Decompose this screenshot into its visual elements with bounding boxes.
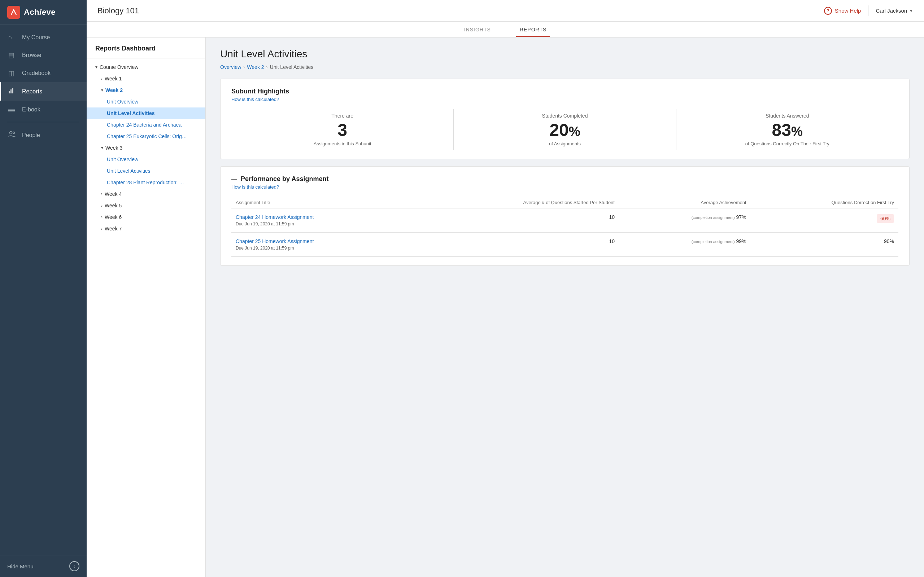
sidebar-nav: ⌂ My Course ▤ Browse ◫ Gradebook Reports… [0,25,87,555]
tab-bar: INSIGHTS REPORTS [87,22,924,37]
tree-label: Unit Level Activities [107,168,150,174]
tree-label: Chapter 25 Eukaryotic Cells: Orig… [107,134,187,139]
svg-point-3 [10,132,12,134]
questions-correct-badge: 60% [877,214,894,223]
tree-label: Week 5 [105,203,122,208]
chevron-right-icon: › [101,76,102,81]
logo-text: Achieve [24,8,56,17]
chevron-down-icon: ▾ [101,145,103,150]
table-row: Chapter 24 Homework Assignment Due Jun 1… [231,208,898,233]
completion-tag: (completion assignment) [691,215,735,220]
tree-label: Unit Overview [107,156,138,162]
tree-item-course-overview[interactable]: ▾ Course Overview [87,61,205,73]
performance-how-calculated[interactable]: How is this calculated? [231,184,898,190]
logo-icon [7,6,20,19]
chevron-right-icon: › [101,226,102,231]
avg-achievement-cell: (completion assignment) 99% [619,233,751,257]
sidebar-item-label: My Course [22,34,50,41]
svg-rect-2 [12,88,13,93]
assignment-link[interactable]: Chapter 24 Homework Assignment [236,214,313,220]
tree-item-week2-overview[interactable]: Unit Overview [87,96,205,108]
tree-item-week3-ch28[interactable]: Chapter 28 Plant Reproduction: … [87,177,205,188]
chevron-right-icon: › [101,214,102,220]
tree-item-week5[interactable]: › Week 5 [87,200,205,211]
tree-label: Chapter 28 Plant Reproduction: … [107,180,184,185]
tree-item-week7[interactable]: › Week 7 [87,223,205,234]
highlight-number-1: 3 [239,121,446,139]
avg-questions-cell: 10 [412,208,619,233]
tree-label: Week 4 [105,191,122,197]
sidebar-item-reports[interactable]: Reports [0,82,87,101]
performance-title: Performance by Assignment [241,175,328,183]
page-title: Biology 101 [97,6,139,16]
tab-reports[interactable]: REPORTS [516,22,550,37]
main-area: Biology 101 ? Show Help Carl Jackson ▼ I… [87,0,924,577]
tree-item-week6[interactable]: › Week 6 [87,211,205,223]
sidebar-item-label: E-book [22,106,40,113]
sidebar-item-people[interactable]: People [0,126,87,144]
tree-label: Week 2 [105,87,123,93]
sidebar-item-gradebook[interactable]: ◫ Gradebook [0,64,87,82]
col-avg-achievement: Average Achievement [619,197,751,208]
tree-item-week2-ch24[interactable]: Chapter 24 Bacteria and Archaea [87,119,205,131]
collapse-icon[interactable]: — [231,176,237,182]
highlight-label-bottom-1: Assignments in this Subunit [239,141,446,147]
sidebar-item-browse[interactable]: ▤ Browse [0,46,87,64]
sidebar-item-ebook[interactable]: ▬ E-book [0,101,87,118]
svg-rect-0 [9,91,10,93]
tree-item-week2[interactable]: ▾ Week 2 [87,84,205,96]
avg-achievement-cell: (completion assignment) 97% [619,208,751,233]
hide-menu-button[interactable]: Hide Menu ‹ [0,555,87,577]
tree-item-week4[interactable]: › Week 4 [87,188,205,200]
people-icon [8,131,17,139]
tree-label: Week 6 [105,214,122,220]
user-menu[interactable]: Carl Jackson ▼ [876,8,913,14]
tree-label: Unit Overview [107,99,138,105]
reports-icon [8,87,17,95]
breadcrumb-week2[interactable]: Week 2 [247,64,264,70]
user-name: Carl Jackson [876,8,907,14]
tree-divider [87,58,205,58]
tree-label: Chapter 24 Bacteria and Archaea [107,122,181,128]
nav-divider [7,122,79,122]
home-icon: ⌂ [8,34,17,41]
breadcrumb-sep-1: › [243,64,245,69]
highlight-col-3: Students Answered 83% of Questions Corre… [677,109,898,150]
col-questions-correct: Questions Correct on First Try [751,197,898,208]
sidebar-item-my-course[interactable]: ⌂ My Course [0,29,87,46]
sidebar-item-label: People [22,132,40,139]
tree-item-week1[interactable]: › Week 1 [87,73,205,84]
chevron-down-icon: ▾ [95,64,97,69]
table-row: Chapter 25 Homework Assignment Due Jun 1… [231,233,898,257]
tree-label: Week 1 [105,76,122,82]
tree-label: Week 7 [105,226,122,232]
assignment-link[interactable]: Chapter 25 Homework Assignment [236,239,313,244]
highlight-col-2: Students Completed 20% of Assignments [454,109,676,150]
user-menu-caret-icon: ▼ [909,9,913,13]
tree-item-week3-unit-activities[interactable]: Unit Level Activities [87,165,205,177]
questions-correct-cell: 90% [751,233,898,257]
sidebar: Achieve ⌂ My Course ▤ Browse ◫ Gradebook… [0,0,87,577]
chevron-right-icon: › [101,203,102,208]
breadcrumb-sep-2: › [267,64,268,69]
breadcrumb: Overview › Week 2 › Unit Level Activitie… [220,64,909,70]
tree-item-week3[interactable]: ▾ Week 3 [87,142,205,154]
hide-menu-label: Hide Menu [7,563,34,569]
show-help-button[interactable]: ? Show Help [824,7,861,15]
tree-item-week2-ch25[interactable]: Chapter 25 Eukaryotic Cells: Orig… [87,131,205,142]
breadcrumb-overview[interactable]: Overview [220,64,241,70]
subunit-highlights-title: Subunit Highlights [231,88,898,95]
tab-insights[interactable]: INSIGHTS [460,22,494,37]
how-calculated-link[interactable]: How is this calculated? [231,97,898,102]
chevron-right-icon: › [101,192,102,197]
performance-header: — Performance by Assignment [231,175,898,183]
performance-card: — Performance by Assignment How is this … [220,166,909,266]
ebook-icon: ▬ [8,106,17,113]
tree-item-week2-unit-activities[interactable]: Unit Level Activities [87,108,205,119]
tree-label: Unit Level Activities [107,110,155,116]
sidebar-item-label: Browse [22,52,41,58]
tree-item-week3-overview[interactable]: Unit Overview [87,154,205,165]
svg-point-4 [13,132,15,134]
reports-panel: Reports Dashboard ▾ Course Overview › We… [87,37,206,577]
reports-dashboard-title: Reports Dashboard [87,45,205,58]
